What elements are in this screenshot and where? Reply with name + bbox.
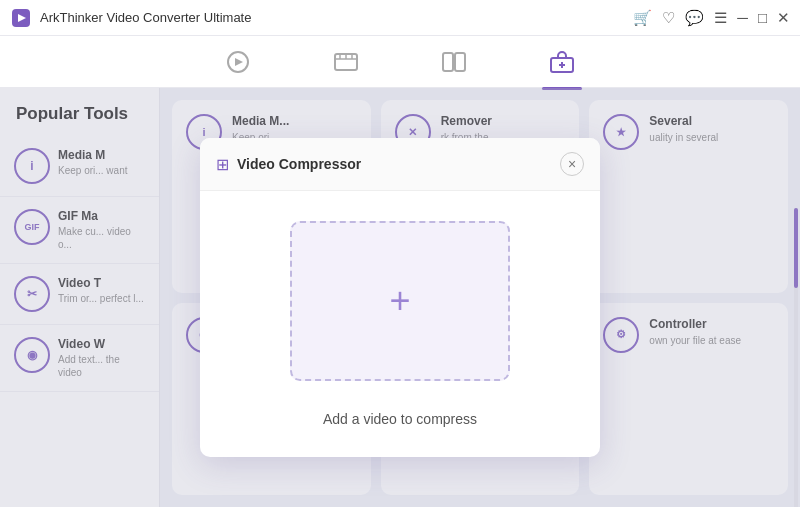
nav-split[interactable] bbox=[440, 48, 468, 76]
drop-zone-plus-icon: + bbox=[389, 283, 410, 319]
svg-rect-9 bbox=[443, 53, 453, 71]
main-content: Popular Tools i Media M Keep ori... want… bbox=[0, 88, 800, 507]
app-title: ArkThinker Video Converter Ultimate bbox=[40, 10, 633, 25]
svg-marker-3 bbox=[235, 58, 243, 66]
close-icon[interactable]: ✕ bbox=[777, 9, 790, 27]
nav-convert[interactable] bbox=[224, 48, 252, 76]
nav-bar bbox=[0, 36, 800, 88]
modal-header-icon: ⊞ bbox=[216, 155, 229, 174]
video-compressor-modal: ⊞ Video Compressor × + Add a video to co… bbox=[200, 138, 600, 457]
modal-title: Video Compressor bbox=[237, 156, 560, 172]
svg-rect-10 bbox=[455, 53, 465, 71]
modal-overlay: ⊞ Video Compressor × + Add a video to co… bbox=[0, 88, 800, 507]
title-bar: ArkThinker Video Converter Ultimate 🛒 ♡ … bbox=[0, 0, 800, 36]
chat-icon[interactable]: 💬 bbox=[685, 9, 704, 27]
minimize-icon[interactable]: ─ bbox=[737, 9, 748, 26]
nav-media[interactable] bbox=[332, 48, 360, 76]
drop-label: Add a video to compress bbox=[200, 411, 600, 427]
nav-toolbox[interactable] bbox=[548, 48, 576, 76]
modal-header: ⊞ Video Compressor × bbox=[200, 138, 600, 191]
video-drop-zone[interactable]: + bbox=[290, 221, 510, 381]
modal-close-button[interactable]: × bbox=[560, 152, 584, 176]
cart-icon[interactable]: 🛒 bbox=[633, 9, 652, 27]
app-logo bbox=[10, 7, 32, 29]
user-icon[interactable]: ♡ bbox=[662, 9, 675, 27]
menu-icon[interactable]: ☰ bbox=[714, 9, 727, 27]
window-controls[interactable]: 🛒 ♡ 💬 ☰ ─ □ ✕ bbox=[633, 9, 790, 27]
maximize-icon[interactable]: □ bbox=[758, 9, 767, 26]
